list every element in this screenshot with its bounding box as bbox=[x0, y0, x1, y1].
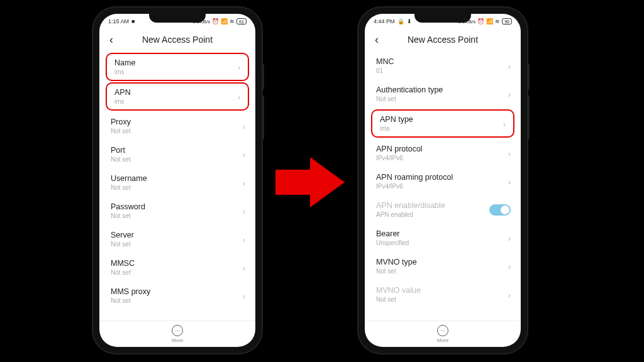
bottom-bar: ⋯ More bbox=[99, 321, 255, 347]
setting-row-apn-protocol[interactable]: APN protocolIPv4/IPv6› bbox=[367, 139, 518, 167]
setting-row-name[interactable]: Nameims› bbox=[106, 53, 249, 81]
setting-value: 01 bbox=[376, 67, 509, 74]
side-button bbox=[262, 64, 264, 89]
setting-row-mms-proxy[interactable]: MMS proxyNot set› bbox=[102, 282, 253, 310]
screen-right: 4:44 PM 🔒 ⬇ 0.0KB/s ⏰ 📶 ≋ 90 ‹ New Acces… bbox=[365, 14, 521, 347]
toggle-switch[interactable] bbox=[489, 204, 511, 216]
status-time: 4:44 PM bbox=[374, 18, 395, 25]
setting-label: MNC bbox=[376, 57, 509, 66]
chevron-right-icon: › bbox=[243, 291, 245, 300]
more-icon[interactable]: ⋯ bbox=[172, 325, 183, 336]
notch bbox=[414, 14, 471, 23]
setting-row-mmsc[interactable]: MMSCNot set› bbox=[102, 253, 253, 282]
setting-label: Password bbox=[111, 202, 244, 211]
svg-marker-0 bbox=[275, 157, 345, 207]
setting-label: Bearer bbox=[376, 229, 509, 238]
setting-row-username[interactable]: UsernameNot set› bbox=[102, 168, 253, 197]
chevron-right-icon: › bbox=[508, 148, 511, 158]
bottom-bar: ⋯ More bbox=[365, 321, 521, 347]
setting-row-mvno-type[interactable]: MVNO typeNot set› bbox=[367, 252, 518, 280]
side-button bbox=[528, 64, 530, 89]
setting-value: Not set bbox=[111, 297, 244, 304]
setting-row-apn-enable-disable[interactable]: APN enable/disableAPN enabled bbox=[367, 195, 518, 224]
setting-value: ims bbox=[114, 98, 240, 105]
chevron-right-icon: › bbox=[508, 261, 511, 271]
setting-row-proxy[interactable]: ProxyNot set› bbox=[102, 112, 253, 140]
setting-value: Not set bbox=[376, 268, 509, 275]
setting-row-mvno-value: MVNO valueNot set› bbox=[367, 280, 518, 309]
battery-icon: 61 bbox=[236, 18, 247, 25]
chevron-right-icon: › bbox=[508, 61, 511, 70]
phone-left: 1:15 AM ■ 0.0KB/s ⏰ 📶 ≋ 61 ‹ New Access … bbox=[93, 8, 262, 353]
setting-value: Not set bbox=[376, 296, 509, 303]
back-button[interactable]: ‹ bbox=[372, 31, 381, 49]
chevron-right-icon: › bbox=[243, 234, 245, 244]
notch bbox=[149, 14, 206, 23]
battery-icon: 90 bbox=[502, 18, 512, 25]
page-title: New Access Point bbox=[99, 35, 255, 45]
setting-value: Not set bbox=[111, 128, 244, 134]
setting-row-apn-type[interactable]: APN typeims› bbox=[371, 109, 514, 138]
setting-value: Not set bbox=[111, 184, 244, 191]
setting-label: Proxy bbox=[111, 118, 244, 126]
alarm-icon: ⏰ bbox=[477, 19, 484, 25]
chevron-right-icon: › bbox=[508, 233, 511, 243]
setting-row-password[interactable]: PasswordNot set› bbox=[102, 197, 253, 225]
setting-label: APN bbox=[114, 88, 240, 97]
chevron-right-icon: › bbox=[238, 62, 240, 72]
settings-list: MNC01›Authentication typeNot set›APN typ… bbox=[365, 52, 521, 321]
setting-label: Port bbox=[111, 146, 244, 155]
side-button bbox=[262, 96, 264, 140]
setting-value: ims bbox=[380, 125, 506, 132]
camera-icon: ■ bbox=[131, 19, 135, 25]
title-bar: ‹ New Access Point bbox=[99, 28, 255, 52]
chevron-right-icon: › bbox=[243, 206, 245, 216]
setting-value: Unspecified bbox=[376, 239, 509, 246]
setting-row-apn-roaming-protocol[interactable]: APN roaming protocolIPv4/IPv6› bbox=[367, 167, 518, 195]
setting-label: Username bbox=[111, 174, 244, 183]
chevron-right-icon: › bbox=[508, 177, 511, 186]
setting-row-apn[interactable]: APNims› bbox=[106, 82, 249, 111]
setting-row-authentication-type[interactable]: Authentication typeNot set› bbox=[367, 80, 518, 108]
setting-label: APN protocol bbox=[376, 145, 509, 153]
chevron-right-icon: › bbox=[243, 178, 245, 187]
more-icon[interactable]: ⋯ bbox=[437, 325, 448, 336]
setting-label: Server bbox=[111, 231, 244, 239]
setting-value: Not set bbox=[376, 96, 509, 102]
setting-row-server[interactable]: ServerNot set› bbox=[102, 225, 253, 253]
setting-label: MMSC bbox=[111, 259, 244, 268]
alarm-icon: ⏰ bbox=[212, 19, 219, 25]
chevron-right-icon: › bbox=[508, 89, 511, 99]
setting-label: MVNO type bbox=[376, 258, 509, 266]
signal-icon: 📶 bbox=[221, 19, 228, 25]
status-time: 1:15 AM bbox=[108, 18, 129, 25]
signal-icon: 📶 bbox=[486, 19, 493, 25]
setting-label: APN type bbox=[380, 115, 506, 124]
setting-value: IPv4/IPv6 bbox=[376, 183, 509, 190]
setting-value: Not set bbox=[111, 156, 244, 163]
more-label: More bbox=[437, 337, 448, 343]
setting-value: Not set bbox=[111, 241, 244, 248]
settings-list: Nameims›APNims›ProxyNot set›PortNot set›… bbox=[99, 52, 255, 321]
setting-label: Name bbox=[114, 58, 240, 67]
back-button[interactable]: ‹ bbox=[107, 31, 116, 49]
chevron-right-icon: › bbox=[238, 92, 240, 101]
wifi-icon: ≋ bbox=[230, 19, 235, 25]
setting-row-bearer[interactable]: BearerUnspecified› bbox=[367, 224, 518, 252]
title-bar: ‹ New Access Point bbox=[365, 28, 521, 52]
arrow-icon bbox=[275, 154, 345, 211]
setting-label: Authentication type bbox=[376, 85, 509, 94]
setting-row-mnc[interactable]: MNC01› bbox=[367, 52, 518, 80]
setting-value: ims bbox=[114, 69, 240, 75]
setting-value: Not set bbox=[111, 269, 244, 276]
chevron-right-icon: › bbox=[243, 121, 245, 131]
chevron-right-icon: › bbox=[243, 263, 245, 272]
setting-label: APN roaming protocol bbox=[376, 173, 509, 182]
page-title: New Access Point bbox=[365, 35, 521, 45]
phone-right: 4:44 PM 🔒 ⬇ 0.0KB/s ⏰ 📶 ≋ 90 ‹ New Acces… bbox=[358, 8, 527, 353]
setting-label: MMS proxy bbox=[111, 287, 244, 296]
setting-row-port[interactable]: PortNot set› bbox=[102, 140, 253, 168]
wifi-icon: ≋ bbox=[495, 19, 500, 25]
locked-icon: 🔒 bbox=[397, 19, 404, 25]
setting-value: Not set bbox=[111, 212, 244, 219]
